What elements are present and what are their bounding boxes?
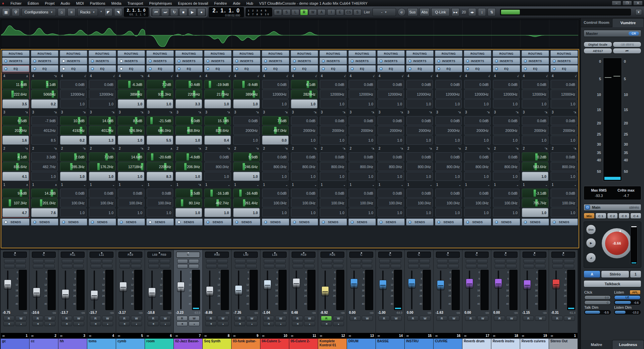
racks-dropdown[interactable]: Racks ▼ bbox=[77, 8, 98, 16]
eq-gain-cell[interactable]: 0.0dB bbox=[89, 189, 115, 198]
eq-freq-cell[interactable]: 100.0Hz bbox=[378, 198, 404, 207]
mute-button[interactable] bbox=[524, 259, 534, 263]
sends-rack-cell[interactable]: SENDS bbox=[117, 218, 146, 226]
eq-band-type-icon[interactable]: √ bbox=[431, 74, 432, 78]
listen-button[interactable] bbox=[33, 264, 44, 268]
click-pan-slider[interactable]: C bbox=[584, 300, 611, 305]
volume-fader[interactable] bbox=[175, 270, 187, 310]
record-enable-icon[interactable]: ● bbox=[246, 321, 257, 326]
read-automation-button[interactable]: R bbox=[263, 316, 274, 321]
sends-rack-cell[interactable]: SENDS bbox=[492, 218, 521, 226]
pan-control[interactable]: C bbox=[378, 252, 402, 258]
menu-midi[interactable]: MIDI bbox=[73, 1, 87, 5]
suspend-link-button[interactable]: Sus bbox=[407, 8, 418, 16]
eq-band-number[interactable]: 2 bbox=[379, 147, 381, 150]
sends-led-icon[interactable] bbox=[178, 220, 181, 223]
goto-prev-marker-button[interactable]: ⏮ bbox=[152, 8, 160, 16]
volume-fader[interactable] bbox=[377, 270, 389, 310]
eq-gain-cell[interactable]: 5.0dB bbox=[176, 116, 202, 125]
eq-rack-cell[interactable]: EQ bbox=[463, 65, 492, 72]
listen-button[interactable] bbox=[119, 264, 130, 268]
pan-control[interactable]: C bbox=[436, 252, 460, 258]
rack-e-button[interactable]: E bbox=[336, 9, 344, 15]
mute-button[interactable] bbox=[437, 259, 448, 263]
eq-band-number[interactable]: 2 bbox=[494, 147, 496, 150]
play-button[interactable]: ▶ bbox=[188, 8, 196, 16]
eq-q-cell[interactable]: 1.0 bbox=[378, 136, 404, 145]
monitor-icon[interactable]: ◀ bbox=[292, 321, 303, 326]
eq-gain-cell[interactable]: 0.0dB bbox=[60, 189, 87, 198]
eq-band-number[interactable]: 3 bbox=[177, 110, 179, 114]
record-button[interactable]: ● bbox=[197, 8, 205, 16]
eq-freq-cell[interactable]: 482.7Hz bbox=[31, 162, 58, 171]
eq-q-cell[interactable]: 1.0 bbox=[551, 136, 577, 145]
eq-band-type-icon[interactable]: ⌄ bbox=[83, 183, 86, 187]
eq-curve-cell[interactable] bbox=[463, 20, 492, 47]
eq-band-number[interactable]: 3 bbox=[552, 110, 554, 114]
volume-fader[interactable] bbox=[262, 270, 273, 310]
eq-gain-cell[interactable]: 7.2dB bbox=[89, 152, 115, 161]
channel-strip[interactable]: C 0612182440 0.00 -oo R W ∞ 17 bbox=[462, 250, 491, 349]
eq-led-icon[interactable] bbox=[351, 67, 354, 70]
eq-band-number[interactable]: 2 bbox=[148, 147, 150, 150]
inserts-led-icon[interactable] bbox=[235, 59, 238, 62]
eq-band-type-icon[interactable]: ʺ∧ bbox=[112, 111, 114, 114]
fader-value[interactable]: -7.35 bbox=[234, 311, 241, 314]
fader-cap[interactable] bbox=[350, 279, 358, 289]
eq-q-cell[interactable]: 1.0 bbox=[291, 136, 317, 145]
eq-q-cell[interactable]: 1.0 bbox=[60, 208, 87, 217]
eq-led-icon[interactable] bbox=[380, 67, 383, 70]
eq-gain-cell[interactable]: 3.1dB bbox=[31, 80, 58, 89]
reference-level-button[interactable]: ▶ bbox=[586, 238, 596, 248]
eq-q-cell[interactable]: 1.0 bbox=[233, 172, 260, 181]
eq-freq-cell[interactable]: 828.6Hz bbox=[204, 126, 231, 135]
fader-value[interactable]: -15.7 bbox=[89, 311, 97, 314]
eq-q-cell[interactable]: 1.0 bbox=[464, 136, 491, 145]
fader-cap[interactable] bbox=[495, 279, 502, 289]
eq-band-type-icon[interactable]: ∧ bbox=[199, 74, 201, 78]
eq-freq-cell[interactable]: 800.0Hz bbox=[435, 162, 462, 171]
eq-q-cell[interactable]: 1.0 bbox=[233, 208, 260, 217]
eq-band-type-icon[interactable]: ʺ∧ bbox=[198, 183, 201, 187]
eq-band-number[interactable]: 2 bbox=[292, 147, 294, 150]
eq-band-number[interactable]: 4 bbox=[148, 74, 150, 78]
listen-button[interactable] bbox=[293, 264, 303, 268]
channel-strip[interactable]: C 0612182440 -10.6 -oo R W ◀ ● ∞ bbox=[30, 250, 58, 349]
write-automation-button[interactable]: W bbox=[246, 316, 257, 321]
control-room-level-knob[interactable]: -8.66 bbox=[601, 228, 632, 259]
mute-button[interactable] bbox=[408, 259, 419, 263]
eq-q-cell[interactable]: 1.0 bbox=[320, 208, 346, 217]
eq-band-number[interactable]: 2 bbox=[61, 147, 63, 150]
channel-number-row[interactable]: ∞ 1 bbox=[549, 333, 578, 339]
channel-name[interactable]: 02-Jazz Basse- bbox=[174, 339, 202, 349]
record-enable-icon[interactable]: ● bbox=[333, 321, 344, 326]
inserts-rack-cell[interactable]: INSERTS bbox=[203, 57, 232, 64]
pan-control[interactable]: C bbox=[407, 252, 431, 258]
eq-freq-cell[interactable]: 12000Hz bbox=[522, 90, 548, 99]
read-automation-button[interactable]: R bbox=[465, 316, 476, 321]
eq-gain-cell[interactable]: 0.2dB bbox=[522, 152, 548, 161]
sends-led-icon[interactable] bbox=[466, 220, 469, 223]
eq-curve-cell[interactable] bbox=[1, 20, 30, 47]
sends-led-icon[interactable] bbox=[235, 220, 238, 223]
read-automation-button[interactable]: R bbox=[3, 316, 14, 321]
sends-rack-cell[interactable]: SENDS bbox=[377, 218, 405, 226]
eq-q-cell[interactable]: 1.0 bbox=[464, 172, 491, 181]
channel-strip[interactable]: R19 0612182440 0.48 -oo R W ◀ ● ∞ bbox=[289, 250, 318, 349]
eq-q-cell[interactable]: 1.0 bbox=[118, 172, 144, 181]
eq-gain-cell[interactable]: 0.0dB bbox=[378, 152, 404, 161]
read-automation-button[interactable]: R bbox=[523, 316, 534, 321]
routing-rack-cell[interactable]: ROUTING bbox=[88, 50, 117, 57]
eq-q-cell[interactable]: 1.0 bbox=[176, 208, 202, 217]
eq-freq-cell[interactable]: 2000Hz bbox=[406, 126, 433, 135]
eq-q-cell[interactable]: 1.0 bbox=[147, 99, 173, 108]
fader-value[interactable]: -13.7 bbox=[60, 311, 68, 314]
eq-rack-cell[interactable]: EQ bbox=[405, 65, 434, 72]
solo-button[interactable] bbox=[44, 259, 55, 263]
sends-rack-cell[interactable]: SENDS bbox=[261, 218, 290, 226]
eq-band-number[interactable]: 2 bbox=[321, 147, 323, 150]
channel-number-row[interactable]: ∞ 10 bbox=[260, 333, 289, 339]
sends-rack-cell[interactable]: SENDS bbox=[232, 218, 261, 226]
sends-led-icon[interactable] bbox=[495, 220, 498, 223]
eq-q-cell[interactable]: 1.0 bbox=[204, 99, 231, 108]
